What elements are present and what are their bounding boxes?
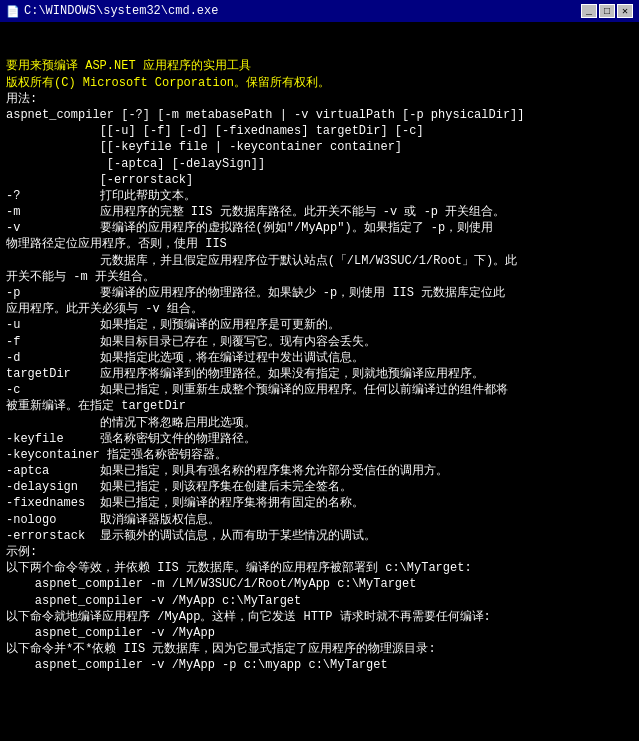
console-line: 要用来预编译 ASP.NET 应用程序的实用工具: [6, 58, 633, 74]
close-button[interactable]: ✕: [617, 4, 633, 18]
console-line: -keyfile 强名称密钥文件的物理路径。: [6, 431, 633, 447]
console-line: -keycontainer 指定强名称密钥容器。: [6, 447, 633, 463]
title-bar-text: C:\WINDOWS\system32\cmd.exe: [24, 4, 218, 18]
maximize-button[interactable]: □: [599, 4, 615, 18]
minimize-button[interactable]: _: [581, 4, 597, 18]
console-line: 应用程序。此开关必须与 -v 组合。: [6, 301, 633, 317]
console-line: -m 应用程序的完整 IIS 元数据库路径。此开关不能与 -v 或 -p 开关组…: [6, 204, 633, 220]
console-line: -f 如果目标目录已存在，则覆写它。现有内容会丢失。: [6, 334, 633, 350]
title-bar-left: 📄 C:\WINDOWS\system32\cmd.exe: [6, 4, 218, 18]
console-line: aspnet_compiler [-?] [-m metabasePath | …: [6, 107, 633, 123]
console-line: aspnet_compiler -v /MyApp: [6, 625, 633, 641]
console-line: 被重新编译。在指定 targetDir: [6, 398, 633, 414]
title-bar: 📄 C:\WINDOWS\system32\cmd.exe _ □ ✕: [0, 0, 639, 22]
console-line: [[-u] [-f] [-d] [-fixednames] targetDir]…: [6, 123, 633, 139]
console-line: -errorstack 显示额外的调试信息，从而有助于某些情况的调试。: [6, 528, 633, 544]
console-line: aspnet_compiler -v /MyApp -p c:\myapp c:…: [6, 657, 633, 673]
console-line: 的情况下将忽略启用此选项。: [6, 415, 633, 431]
console-line: [-errorstack]: [6, 172, 633, 188]
console-line: 以下命令并*不*依赖 IIS 元数据库，因为它显式指定了应用程序的物理源目录:: [6, 641, 633, 657]
console-line: -u 如果指定，则预编译的应用程序是可更新的。: [6, 317, 633, 333]
console-line: aspnet_compiler -m /LM/W3SUC/1/Root/MyAp…: [6, 576, 633, 592]
console-line: 元数据库，并且假定应用程序位于默认站点(「/LM/W3SUC/1/Root」下)…: [6, 253, 633, 269]
console-line: 物理路径定位应用程序。否则，使用 IIS: [6, 236, 633, 252]
console-line: 开关不能与 -m 开关组合。: [6, 269, 633, 285]
console-line: -aptca 如果已指定，则具有强名称的程序集将允许部分受信任的调用方。: [6, 463, 633, 479]
console-line: -d 如果指定此选项，将在编译过程中发出调试信息。: [6, 350, 633, 366]
console-line: -fixednames 如果已指定，则编译的程序集将拥有固定的名称。: [6, 495, 633, 511]
console-line: aspnet_compiler -v /MyApp c:\MyTarget: [6, 593, 633, 609]
console-line: -delaysign 如果已指定，则该程序集在创建后未完全签名。: [6, 479, 633, 495]
console-line: -v 要编译的应用程序的虚拟路径(例如"/MyApp")。如果指定了 -p，则使…: [6, 220, 633, 236]
console-line: 用法:: [6, 91, 633, 107]
console-line: 以下两个命令等效，并依赖 IIS 元数据库。编译的应用程序被部署到 c:\MyT…: [6, 560, 633, 576]
console-line: [-aptca] [-delaySign]]: [6, 156, 633, 172]
console-line: [[-keyfile file | -keycontainer containe…: [6, 139, 633, 155]
console-line: -p 要编译的应用程序的物理路径。如果缺少 -p，则使用 IIS 元数据库定位此: [6, 285, 633, 301]
console-line: 示例:: [6, 544, 633, 560]
console-line: -nologo 取消编译器版权信息。: [6, 512, 633, 528]
console-line: -c 如果已指定，则重新生成整个预编译的应用程序。任何以前编译过的组件都将: [6, 382, 633, 398]
title-bar-controls[interactable]: _ □ ✕: [581, 4, 633, 18]
cmd-icon: 📄: [6, 5, 20, 18]
cmd-window: 📄 C:\WINDOWS\system32\cmd.exe _ □ ✕ 要用来预…: [0, 0, 639, 741]
console-output: 要用来预编译 ASP.NET 应用程序的实用工具版权所有(C) Microsof…: [0, 22, 639, 741]
console-line: 版权所有(C) Microsoft Corporation。保留所有权利。: [6, 75, 633, 91]
console-line: -? 打印此帮助文本。: [6, 188, 633, 204]
console-line: 以下命令就地编译应用程序 /MyApp。这样，向它发送 HTTP 请求时就不再需…: [6, 609, 633, 625]
console-line: targetDir 应用程序将编译到的物理路径。如果没有指定，则就地预编译应用程…: [6, 366, 633, 382]
